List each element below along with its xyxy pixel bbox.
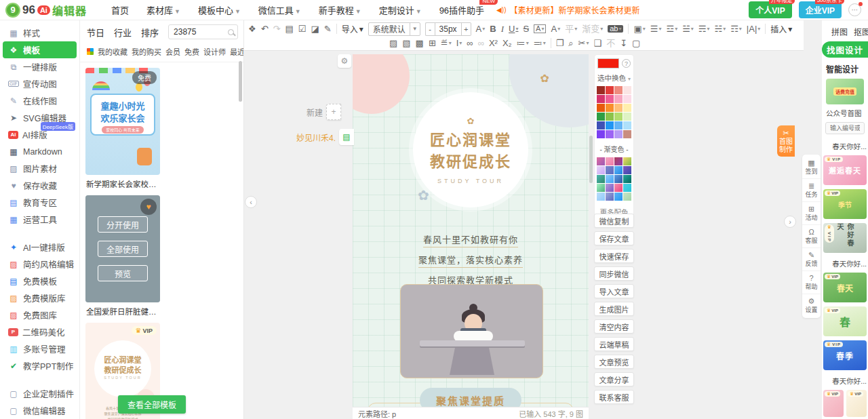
color-swatch[interactable] [597,104,605,112]
color-swatch[interactable] [597,121,605,129]
color-swatch[interactable] [623,86,631,94]
rail-活动[interactable]: ⊞活动 [802,202,821,225]
gradient-swatch[interactable] [597,193,605,201]
gradient-swatch[interactable] [623,184,631,192]
comment-icon[interactable]: ❑ [594,39,602,47]
preview-button[interactable]: 预览 [98,265,148,281]
gradient-swatch[interactable] [623,166,631,174]
align-button[interactable]: ☰▾ [650,24,662,33]
gradient-swatch[interactable] [623,175,631,183]
image-icon[interactable]: ▨ [389,39,397,47]
sidebar-item-AI排版[interactable]: AiAI排版DeepSeek版 [3,126,77,143]
favorite-heart-icon[interactable]: ♥ [140,199,157,215]
nav-item-7[interactable]: 96插件助手NEW [439,3,484,16]
tab-industry[interactable]: 行业 [114,26,132,39]
use-separately-button[interactable]: 分开使用 [98,216,148,233]
sidebar-item-多账号管理[interactable]: ▥多账号管理 [3,340,77,357]
tab-sort[interactable]: 排序 [141,26,159,39]
recolor-label[interactable]: 选中换色 ▾ [597,73,631,83]
color-swatch[interactable] [623,130,631,138]
canvas-scrollbar[interactable] [589,136,593,183]
import-article-button[interactable]: 导入文章 [594,284,634,298]
valign-button[interactable]: ☱▾ [682,24,694,33]
gradient-swatch[interactable] [614,184,623,192]
italic-button[interactable]: I [501,24,504,33]
margin-button[interactable]: ☵▾ [714,24,726,33]
find-replace-icon[interactable]: ⌕ [568,39,573,47]
subscript-icon[interactable]: X₂ [502,39,512,47]
gradient-swatch[interactable] [606,175,614,183]
color-swatch[interactable] [614,95,623,103]
ordered-list-icon[interactable]: ≔▾ [517,39,529,47]
sidebar-item-一键排版[interactable]: ⧉一键排版 [3,58,77,75]
border-color-button[interactable]: A▾ [534,24,546,33]
sidebar-item-二维码美化[interactable]: P二维码美化 [3,323,77,340]
color-swatch[interactable] [606,121,614,129]
partial-thumbnail[interactable]: ♛VIP [823,390,844,417]
import-button[interactable]: 导入▾ [342,23,363,35]
color-swatch[interactable] [614,121,623,129]
color-swatch[interactable] [614,113,623,121]
sidebar-item-在线作图[interactable]: ✎在线作图 [3,92,77,109]
sync-wechat-button[interactable]: 同步微信 [594,266,634,281]
sidebar-item-宣传动图[interactable]: GIF宣传动图 [3,75,77,92]
indent-button[interactable]: ☶▾ [730,24,742,33]
color-swatch[interactable] [606,113,614,121]
gradient-swatch[interactable] [614,175,623,183]
unordered-list-icon[interactable]: ≕▾ [534,39,546,47]
paste-icon[interactable]: ❐ [556,39,564,47]
sidebar-item-运营工具[interactable]: ▦运营工具 [3,211,77,228]
pattern-icon[interactable]: ▩ [416,39,424,47]
current-color-swatch[interactable] [597,58,619,68]
announcement[interactable]: ◀)) 【素材更新】新学期家长会素材更新 [496,4,639,16]
background-button[interactable]: ▣▾ [633,24,645,33]
color-swatch[interactable] [606,130,614,138]
rail-任务[interactable]: ≣任务 [802,179,821,202]
spring-thumbnail[interactable]: ♛VIP春天 [823,273,867,302]
use-all-button[interactable]: 全部使用 [98,241,148,257]
gradient-swatch[interactable] [623,193,631,201]
gradient-swatch[interactable] [623,157,631,165]
tab-collage[interactable]: 拼图 [831,26,848,37]
letter-spacing-button[interactable]: |A|▾ [747,24,760,33]
code-search-input[interactable] [829,124,861,132]
gradient-swatch[interactable] [614,157,623,165]
quick-save-button[interactable]: 快速保存 [594,249,634,263]
highlight-button[interactable]: ab▾ [608,25,623,33]
bold-button[interactable]: B [490,24,496,33]
current-document-tab[interactable]: 妙见川禾4. ▤ [296,129,354,145]
rail-客服[interactable]: Ω客服 [802,225,821,248]
sidebar-item-企业定制插件[interactable]: ▢企业定制插件 [3,385,77,402]
strikethrough-button[interactable]: S [523,24,529,33]
gradient-swatch[interactable] [606,184,614,192]
rail-帮助[interactable]: ?帮助 [802,271,821,294]
divider-icon[interactable]: ≝▾ [441,39,452,47]
enterprise-vip-button[interactable]: 500京东卡 企业VIP [799,1,842,18]
color-swatch[interactable] [614,104,623,112]
color-swatch[interactable] [614,130,623,138]
table-icon[interactable]: ⊞ [429,39,436,47]
color-swatch[interactable] [623,113,631,121]
sidebar-item-教学PPT制作[interactable]: ✔教学PPT制作 [3,357,77,374]
superscript-icon[interactable]: X² [489,39,498,47]
template-scrollbar[interactable] [239,61,242,102]
spring-thumbnail[interactable]: ♛VIP邂逅春天 [823,155,867,185]
code-search-box[interactable] [825,122,865,134]
color-swatch[interactable] [606,95,614,103]
font-size-decrease[interactable]: - [425,22,435,36]
font-family-select[interactable]: 系统默认▼ [368,22,420,36]
canvas-text-line-2[interactable]: 聚焦课堂，落实核心素养 [418,253,523,268]
align-left-button[interactable]: ☲▾ [666,24,677,33]
article-preview-button[interactable]: 文章预览 [594,355,634,369]
sidebar-item-免费图库[interactable]: ▨免费图库 [3,306,77,323]
filter-5[interactable]: 设计师 [203,46,226,57]
sidebar-item-图片素材[interactable]: ▨图片素材 [3,160,77,177]
gradient-swatch[interactable] [597,184,605,192]
contact-support-button[interactable]: 联系客服 [594,390,634,404]
nav-item-5[interactable]: 新手教程▼ [319,3,361,16]
undo-icon[interactable]: ↶ [261,24,269,33]
template-search-input[interactable] [172,26,225,37]
save-article-button[interactable]: 保存文章 [594,231,634,245]
gradient-swatch[interactable] [606,157,614,165]
filter-6[interactable]: 最近使用 [230,46,244,57]
